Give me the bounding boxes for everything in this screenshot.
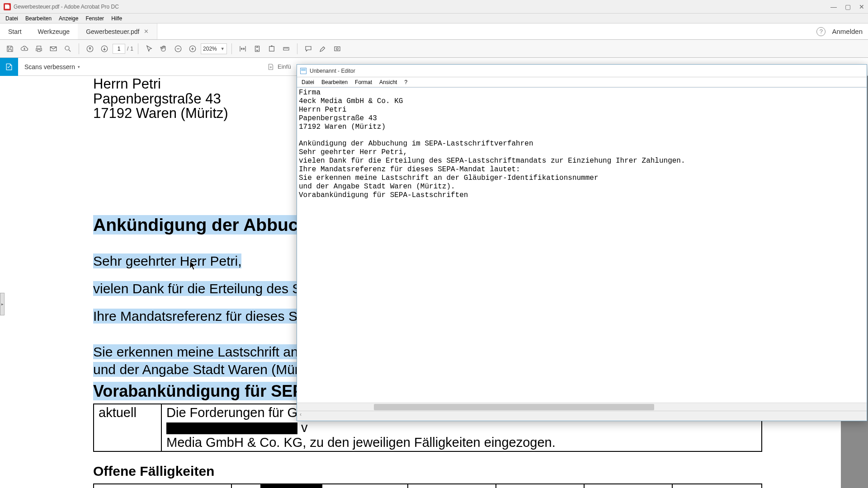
print-icon[interactable] — [33, 42, 45, 55]
np-menu-format[interactable]: Format — [351, 78, 376, 86]
comment-icon[interactable] — [302, 42, 315, 55]
table-cell — [322, 484, 408, 488]
page-prev-icon[interactable] — [84, 42, 96, 55]
page-current-input[interactable] — [113, 44, 125, 54]
zoom-select[interactable]: 202% ▼ — [201, 43, 227, 54]
insert-label: Einfü — [278, 63, 291, 70]
notepad-title: Unbenannt - Editor — [310, 68, 355, 74]
table-cell — [231, 484, 261, 488]
select-tool-icon[interactable] — [143, 42, 156, 55]
window-controls: — ▢ ✕ — [830, 3, 864, 10]
doc-subheading-text: Vorabankündigung für SEPA — [93, 382, 314, 400]
doc-heading-text: Ankündigung der Abbuchun — [93, 215, 330, 235]
window-title: Gewerbesteuer.pdf - Adobe Acrobat Pro DC — [14, 4, 119, 10]
table-cell — [672, 484, 762, 488]
document-tabs: Start Werkzeuge Gewerbesteuer.pdf ✕ ? An… — [0, 23, 868, 40]
mail-icon[interactable] — [47, 42, 60, 55]
enhance-scans-icon[interactable] — [0, 58, 18, 76]
tab-document-label: Gewerbesteuer.pdf — [86, 28, 139, 35]
notepad-menubar: Datei Bearbeiten Format Ansicht ? — [297, 77, 867, 87]
table-cell — [408, 484, 496, 488]
save-icon[interactable] — [4, 42, 16, 55]
notepad-window[interactable]: Unbenannt - Editor Datei Bearbeiten Form… — [297, 64, 867, 421]
tab-start[interactable]: Start — [0, 23, 30, 39]
rotate-icon[interactable] — [265, 42, 278, 55]
thanks-line: vielen Dank für die Erteilung des SEF — [93, 281, 319, 296]
main-toolbar: / 1 202% ▼ — [0, 40, 868, 58]
np-menu-help[interactable]: ? — [401, 78, 411, 86]
table-cell: aktuell — [94, 404, 161, 451]
scrollbar-thumb[interactable] — [374, 404, 654, 410]
maximize-icon[interactable]: ▢ — [845, 3, 851, 10]
menu-bearbeiten[interactable]: Bearbeiten — [22, 14, 55, 23]
menu-hilfe[interactable]: Hilfe — [108, 14, 126, 23]
menu-anzeige[interactable]: Anzeige — [55, 14, 82, 23]
table-cell — [584, 484, 672, 488]
table-cell — [496, 484, 584, 488]
notepad-h-scrollbar[interactable] — [297, 403, 867, 411]
recognize-line-2: und der Angabe Stadt Waren (Müritz) — [93, 362, 317, 377]
fit-page-icon[interactable] — [251, 42, 264, 55]
recognize-line-1: Sie erkennen meine Lastschrift an de — [93, 344, 317, 359]
hand-tool-icon[interactable] — [157, 42, 170, 55]
measure-icon[interactable] — [280, 42, 292, 55]
np-menu-bearbeiten[interactable]: Bearbeiten — [318, 78, 351, 86]
page-sep: / — [127, 46, 128, 52]
search-icon[interactable] — [61, 42, 74, 55]
tab-tools[interactable]: Werkzeuge — [30, 23, 78, 39]
highlight-icon[interactable] — [316, 42, 329, 55]
enhance-scans-label: Scans verbessern — [24, 63, 75, 70]
titlebar: Gewerbesteuer.pdf - Adobe Acrobat Pro DC… — [0, 0, 868, 14]
tab-document[interactable]: Gewerbesteuer.pdf ✕ — [78, 23, 157, 39]
zoom-in-icon[interactable] — [186, 42, 199, 55]
claims-text-2: Media GmbH & Co. KG, zu den jeweiligen F… — [166, 435, 556, 450]
help-icon[interactable]: ? — [816, 27, 826, 36]
chevron-down-icon: ▼ — [221, 47, 225, 51]
stamp-icon[interactable] — [331, 42, 344, 55]
redacted-bar — [166, 422, 297, 434]
tab-tools-label: Werkzeuge — [38, 28, 70, 35]
butterfly-watermark-icon — [15, 484, 50, 488]
redacted-cell — [261, 484, 322, 488]
tab-start-label: Start — [8, 28, 22, 35]
status-chevron-icon: ‹ — [297, 411, 304, 421]
svg-rect-7 — [335, 47, 340, 51]
minimize-icon[interactable]: — — [830, 3, 837, 10]
greeting-line: Sehr geehrter Herr Petri, — [93, 253, 241, 268]
signin-link[interactable]: Anmelden — [832, 28, 863, 35]
np-menu-datei[interactable]: Datei — [298, 78, 318, 86]
table-cell: 100 Gewerbesteuer — [94, 484, 231, 488]
notepad-text-area[interactable]: Firma 4eck Media GmbH & Co. KG Herrn Pet… — [297, 87, 867, 403]
page-next-icon[interactable] — [98, 42, 111, 55]
page-number: / 1 — [113, 44, 133, 54]
insert-button[interactable]: Einfü — [267, 63, 291, 71]
nav-pane-expand-handle[interactable]: ▸ — [0, 293, 5, 315]
svg-rect-6 — [269, 46, 274, 51]
svg-point-8 — [336, 47, 338, 50]
open-due-heading: Offene Fälligkeiten — [93, 464, 841, 479]
zoom-out-icon[interactable] — [172, 42, 184, 55]
zoom-value: 202% — [203, 46, 217, 52]
menubar: Datei Bearbeiten Anzeige Fenster Hilfe — [0, 14, 868, 23]
acrobat-app-icon — [4, 3, 11, 10]
menu-datei[interactable]: Datei — [2, 14, 22, 23]
claims-text-prefix: v — [301, 420, 308, 435]
page-total: 1 — [130, 46, 133, 52]
tab-close-icon[interactable]: ✕ — [144, 28, 149, 35]
notepad-app-icon — [300, 67, 307, 75]
fit-width-icon[interactable] — [236, 42, 249, 55]
svg-point-0 — [65, 46, 69, 50]
notepad-titlebar[interactable]: Unbenannt - Editor — [297, 65, 867, 77]
notepad-statusbar: ‹ — [297, 411, 867, 421]
np-menu-ansicht[interactable]: Ansicht — [376, 78, 401, 86]
open-due-table: 100 Gewerbesteuer — [93, 483, 762, 488]
enhance-scans-dropdown[interactable]: Scans verbessern ▾ — [18, 63, 86, 70]
mandate-line: Ihre Mandatsreferenz für dieses SEP. — [93, 309, 317, 324]
close-icon[interactable]: ✕ — [859, 3, 864, 10]
chevron-down-icon: ▾ — [78, 65, 80, 69]
menu-fenster[interactable]: Fenster — [82, 14, 108, 23]
cloud-icon[interactable] — [18, 42, 31, 55]
